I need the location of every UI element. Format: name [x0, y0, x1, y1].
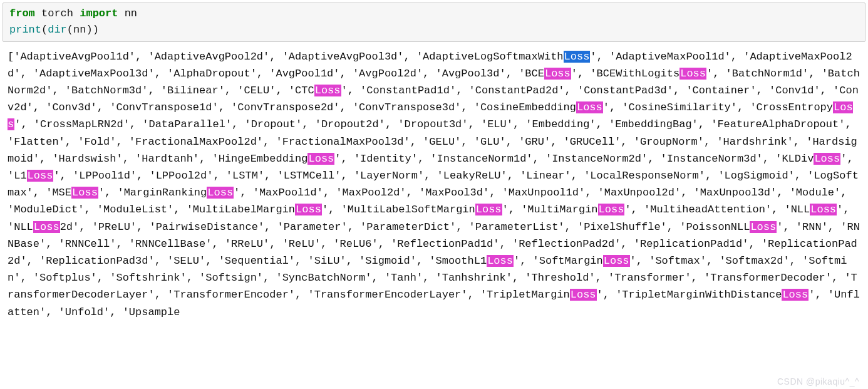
output-text: ['AdaptiveAvgPool1d', 'AdaptiveAvgPool2d… — [0, 47, 868, 324]
highlight-pink: Loss — [307, 153, 334, 165]
highlight-pink: Loss — [679, 68, 706, 80]
highlight-pink: Loss — [750, 221, 777, 233]
code-line-1: from torch import nn — [9, 6, 859, 22]
dir-arg: nn — [73, 24, 86, 36]
highlight-pink: Loss — [810, 204, 837, 215]
highlight-pink: Loss — [8, 101, 853, 130]
highlight-pink: Loss — [782, 289, 809, 301]
highlight-pink: Loss — [33, 221, 60, 233]
code-cell: from torch import nn print(dir(nn)) — [3, 3, 865, 42]
highlight-blue: Loss — [564, 51, 591, 63]
highlight-pink: Loss — [570, 289, 597, 301]
keyword-from: from — [9, 8, 35, 19]
highlight-pink: Loss — [27, 170, 54, 182]
code-line-2: print(dir(nn)) — [9, 22, 859, 38]
highlight-pink: Loss — [814, 153, 840, 165]
highlight-pink: Loss — [295, 204, 322, 215]
highlight-pink: Loss — [207, 187, 234, 199]
highlight-pink: Loss — [487, 255, 514, 267]
highlight-pink: Loss — [314, 85, 341, 96]
highlight-pink: Loss — [603, 255, 630, 267]
import-name: nn — [125, 8, 137, 19]
highlight-pink: Loss — [598, 204, 625, 215]
fn-print: print — [9, 24, 41, 36]
highlight-pink: Loss — [475, 204, 502, 215]
highlight-pink: Loss — [71, 187, 98, 199]
highlight-pink: Loss — [576, 101, 603, 113]
keyword-import: import — [80, 8, 118, 19]
fn-dir: dir — [48, 24, 67, 36]
highlight-pink: Loss — [544, 68, 571, 80]
